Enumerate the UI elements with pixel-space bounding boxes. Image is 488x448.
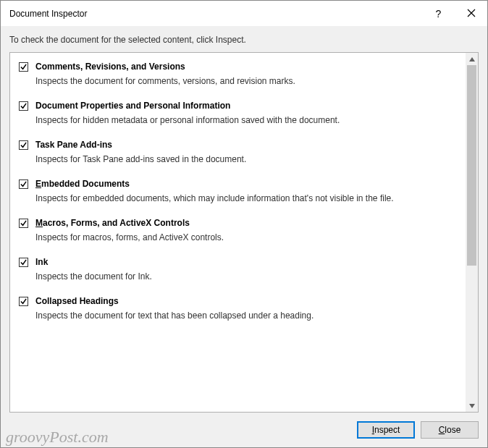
option-embedded-documents: Embedded Documents Inspects for embedded… [10,172,466,211]
option-desc: Inspects for embedded documents, which m… [35,193,458,203]
inspect-button[interactable]: Inspect [357,421,415,439]
option-desc: Inspects for Task Pane add-ins saved in … [35,154,458,164]
scroll-thumb[interactable] [467,65,476,266]
option-desc: Inspects for hidden metadata or personal… [35,115,458,125]
option-document-properties: Document Properties and Personal Informa… [10,93,466,132]
content-area: To check the document for the selected c… [1,26,487,447]
close-button[interactable]: Close [421,421,479,439]
close-icon [467,8,476,20]
scroll-up-arrow[interactable] [466,53,478,65]
checkbox-comments[interactable] [19,62,28,72]
option-title: Macros, Forms, and ActiveX Controls [35,218,190,228]
checkbox-taskpane[interactable] [19,140,28,150]
intro-text: To check the document for the selected c… [9,35,479,45]
option-desc: Inspects the document for Ink. [35,271,458,282]
help-icon: ? [436,8,442,20]
option-task-pane-addins: Task Pane Add-ins Inspects for Task Pane… [10,132,466,172]
button-row: Inspect Close [9,413,479,447]
titlebar-close-button[interactable] [455,1,487,26]
option-desc: Inspects the document for comments, vers… [35,76,458,86]
option-macros-forms-activex: Macros, Forms, and ActiveX Controls Insp… [10,211,466,250]
checkbox-ink[interactable] [19,258,28,267]
option-title: Ink [35,257,48,267]
titlebar: Document Inspector ? [1,1,487,26]
option-desc: Inspects the document for text that has … [35,310,458,321]
scroll-down-arrow[interactable] [466,400,478,412]
checkbox-collapsed[interactable] [19,297,28,306]
dialog-title: Document Inspector [9,9,422,19]
option-title: Comments, Revisions, and Versions [35,62,185,72]
option-desc: Inspects for macros, forms, and ActiveX … [35,232,458,242]
help-button[interactable]: ? [422,1,455,26]
option-collapsed-headings: Collapsed Headings Inspects the document… [10,289,466,328]
scroll-track[interactable] [466,65,478,400]
checkbox-embedded[interactable] [19,179,28,189]
options-list: Comments, Revisions, and Versions Inspec… [10,53,466,412]
checkbox-properties[interactable] [19,101,28,111]
option-comments-revisions-versions: Comments, Revisions, and Versions Inspec… [10,54,466,93]
scrollbar[interactable] [466,53,478,412]
option-title: Embedded Documents [35,179,130,189]
document-inspector-dialog: Document Inspector ? To check the docume… [0,0,488,448]
option-title: Task Pane Add-ins [35,140,112,150]
options-panel: Comments, Revisions, and Versions Inspec… [9,52,479,413]
option-title: Document Properties and Personal Informa… [35,101,230,111]
checkbox-macros[interactable] [19,219,28,228]
option-ink: Ink Inspects the document for Ink. [10,250,466,289]
option-title: Collapsed Headings [35,296,119,306]
